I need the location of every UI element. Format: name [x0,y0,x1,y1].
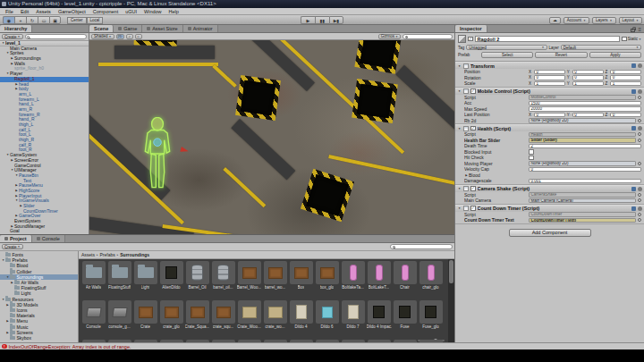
object-picker-icon[interactable] [638,96,641,99]
prefab-revert-button[interactable]: Revert [535,52,587,58]
active-checkbox[interactable]: ✓ [468,37,473,42]
menu-file[interactable]: File [2,8,17,15]
asset-tile-box[interactable]: Box [288,261,314,290]
asset-tile-chair-glo[interactable]: chair_glo [418,261,444,290]
foldout-icon[interactable]: ▼ [457,89,462,93]
asset-tile-crate-glo[interactable]: crate_glo [158,300,184,329]
tab-console[interactable]: Console [32,235,65,242]
asset-tile-barrel-wo[interactable]: barrel_wo... [262,261,288,290]
breadcrumb-item-surroundings[interactable]: Surroundings [120,252,149,257]
layout-dropdown[interactable]: Layout▼ [619,17,643,24]
menu-assets[interactable]: Assets [32,8,55,15]
asset-tile-console-g[interactable]: console_g... [106,300,132,329]
value-field[interactable]: 0 [529,167,641,173]
object-field[interactable]: None (Rigidbody 2D) [529,118,636,123]
asset-tile-crate-squ[interactable]: crate_squ... [210,300,236,329]
object-field[interactable]: Main Camera (Camera) [529,198,636,204]
asset-tile-fuse-glo[interactable]: Fuse_glo [418,300,444,329]
shading-mode-dropdown[interactable]: Shaded▼ [91,34,114,39]
add-component-button[interactable]: Add Component [509,229,591,237]
component-header[interactable]: ▼✓Camera Shake (Script) [455,185,644,192]
asset-tile-barrel-woo[interactable]: Barrel_Woo... [236,261,262,290]
asset-tile-box-glo[interactable]: box_glo [314,261,340,290]
tool-button-0[interactable]: ◉ [3,16,14,24]
component-header[interactable]: ▼Transform [455,62,644,69]
asset-tile-fuse[interactable]: Fuse [392,300,418,329]
foldout-icon[interactable]: ▼ [457,127,462,130]
object-picker-icon[interactable] [638,198,641,202]
object-picker-icon[interactable] [638,139,641,142]
asset-tile-light[interactable]: Light [132,261,158,290]
lock-icon[interactable] [631,29,635,32]
layer-dropdown[interactable]: Default▼ [561,45,641,50]
vector-field[interactable]: 0 [534,113,565,118]
tab-inspector[interactable]: Inspector [455,25,487,32]
tag-dropdown[interactable]: Untagged▼ [466,45,547,50]
help-icon[interactable] [631,126,636,130]
scene-audio-button[interactable]: ♪ [126,34,133,39]
tab-scene[interactable]: Scene [89,25,114,32]
menu-help[interactable]: Help [165,8,182,15]
help-icon[interactable] [631,206,636,211]
menu-ugui[interactable]: uGUI [122,8,140,15]
asset-tile-dildo-7[interactable]: Dildo 7 [340,300,366,329]
menu-icon[interactable]: ≡ [638,27,641,32]
asset-tile-barrel-oil[interactable]: barrel_oil... [210,261,236,290]
asset-tile-crate-squa[interactable]: Crate_Squa... [184,300,210,329]
player-character[interactable] [141,117,174,190]
enable-checkbox[interactable]: ✓ [470,206,476,211]
toggle-2d-button[interactable]: 2D [116,34,124,39]
tab-project[interactable]: Project [0,235,32,242]
object-field[interactable]: None (Rigidbody 2D) [529,161,636,166]
checkbox[interactable] [529,149,534,155]
value-field[interactable]: 2 [529,144,641,149]
scene-viewport[interactable] [89,40,454,234]
vector-field[interactable]: 0 [610,70,641,75]
project-search-input[interactable] [390,244,453,249]
foldout-icon[interactable]: ▼ [457,64,462,68]
tool-button-3[interactable]: ▭ [38,16,49,24]
pause-button[interactable]: ▮▮ [315,16,329,24]
vector-field[interactable]: 0 [572,113,604,118]
project-create-button[interactable]: Create▼ [2,244,23,250]
vector-field[interactable]: 1 [610,81,641,87]
prefab-apply-button[interactable]: Apply [589,52,641,58]
tool-button-4[interactable]: ▣ [49,16,61,24]
vector-field[interactable]: 0 [572,75,604,80]
tool-button-1[interactable]: + [14,16,26,24]
object-picker-icon[interactable] [638,218,641,222]
gear-icon[interactable] [638,89,642,94]
status-bar[interactable]: ! IndexOutOfRangeException: Array index … [0,342,644,349]
menu-component[interactable]: Component [89,8,122,15]
value-field[interactable]: 0.001 [529,179,641,184]
asset-tile-console[interactable]: Console [80,300,106,329]
breadcrumb-item-assets[interactable]: Assets [81,252,95,257]
play-button[interactable]: ▶ [301,16,315,24]
help-icon[interactable] [631,187,636,191]
asset-grid-scrollbar[interactable] [448,259,454,342]
gizmos-dropdown[interactable]: Gizmos▼ [378,34,401,39]
tool-button-2[interactable]: ↻ [26,16,38,24]
breadcrumb-item-prefabs[interactable]: Prefabs [100,252,115,257]
scene-effects-button[interactable]: ☼ [135,34,142,39]
asset-tile-air-walls[interactable]: Air Walls [80,261,106,290]
asset-tile-dildo-4-impac[interactable]: Dildo 4 Impac... [366,300,392,329]
gear-icon[interactable] [638,126,642,130]
menu-window[interactable]: Window [140,8,165,15]
tab-animator[interactable]: Animator [183,25,218,32]
vector-field[interactable]: 0 [534,75,565,80]
object-field[interactable]: CountDownTimer (Text) [529,218,636,223]
asset-tile-crate-woo[interactable]: Crate_Woo... [236,300,262,329]
pivot-center-button[interactable]: Center [67,17,87,24]
gameobject-name-field[interactable]: Ragdoll 2 [475,36,621,42]
asset-tile-dildo-6[interactable]: Dildo 6 [314,300,340,329]
static-toggle[interactable]: Static ▼ [622,37,641,42]
vector-field[interactable]: 1 [534,81,565,87]
vector-field[interactable]: 0 [534,70,565,75]
asset-tile-aliendildo[interactable]: AlienDildo [158,261,184,290]
scene-search-input[interactable] [402,34,453,39]
object-picker-icon[interactable] [638,162,641,165]
gear-icon[interactable] [638,187,642,191]
object-field[interactable]: Slider (Slider) [529,138,636,143]
gear-icon[interactable] [638,206,642,211]
